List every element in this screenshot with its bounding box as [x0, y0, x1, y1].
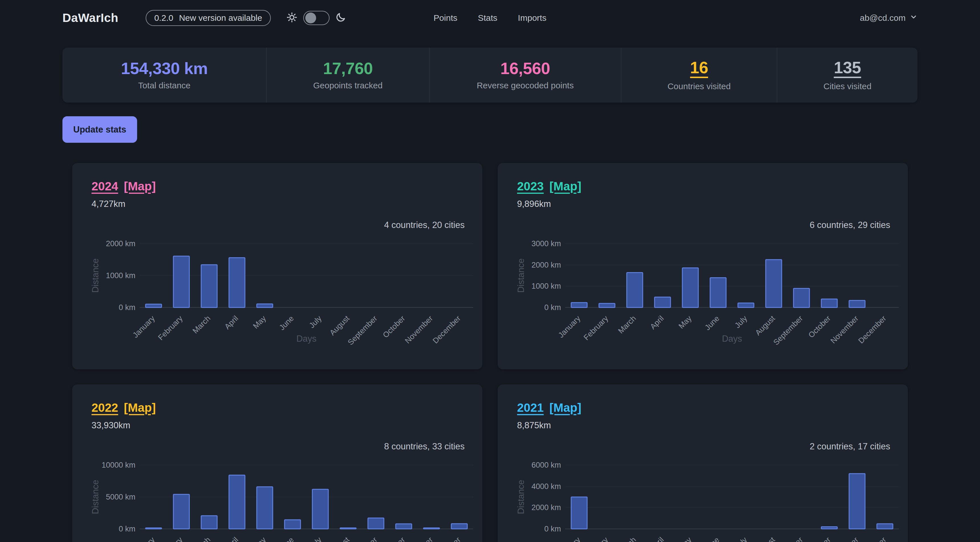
svg-text:December: December	[431, 536, 462, 542]
stat-value: 154,330 km	[121, 60, 208, 77]
moon-icon	[335, 12, 346, 24]
monthly-distance-chart: 0 km5000 km10000 kmDistanceDaysJanuaryFe…	[72, 461, 482, 542]
svg-text:July: July	[307, 314, 323, 330]
svg-text:December: December	[431, 314, 462, 345]
stat-countries-visited: 16 Countries visited	[621, 48, 777, 103]
svg-text:May: May	[251, 536, 268, 542]
year-summary: 2 countries, 17 cities	[810, 442, 890, 452]
map-link[interactable]: [Map]	[549, 180, 581, 193]
version-message: New version available	[179, 13, 262, 23]
svg-text:January: January	[557, 536, 582, 542]
svg-text:December: December	[857, 314, 888, 345]
stat-label: Geopoints tracked	[313, 81, 383, 91]
year-link[interactable]: 2021	[517, 401, 544, 415]
sun-icon	[286, 12, 298, 24]
svg-text:April: April	[649, 314, 665, 331]
user-email: ab@cd.com	[860, 13, 905, 23]
svg-text:November: November	[403, 536, 434, 542]
year-distance: 9,896km	[498, 193, 908, 209]
card-heading: 2021 [Map]	[498, 385, 908, 415]
svg-text:October: October	[807, 314, 832, 339]
page: DaWarIch 0.2.0 New version available	[62, 0, 918, 542]
app-logo[interactable]: DaWarIch	[62, 11, 118, 25]
svg-text:March: March	[191, 536, 212, 542]
svg-text:March: March	[617, 536, 638, 542]
nav-stats[interactable]: Stats	[478, 13, 497, 23]
theme-toggle[interactable]	[303, 11, 329, 25]
svg-text:0 km: 0 km	[119, 303, 135, 312]
svg-text:June: June	[703, 536, 721, 542]
svg-text:Distance: Distance	[91, 480, 100, 514]
svg-text:Distance: Distance	[91, 259, 100, 293]
stat-value: 16,560	[500, 60, 550, 77]
cities-visited-link[interactable]: 135	[834, 59, 861, 78]
svg-text:May: May	[677, 536, 694, 542]
svg-text:April: April	[223, 314, 240, 331]
svg-text:Days: Days	[722, 334, 742, 344]
stat-label: Reverse geocoded points	[477, 81, 574, 91]
svg-text:2000 km: 2000 km	[106, 240, 135, 248]
map-link[interactable]: [Map]	[124, 180, 156, 193]
svg-text:May: May	[677, 314, 694, 331]
year-distance: 4,727km	[72, 193, 482, 209]
svg-text:January: January	[131, 536, 156, 542]
stat-value: 17,760	[323, 60, 372, 77]
svg-text:10000 km: 10000 km	[102, 461, 135, 469]
map-link[interactable]: [Map]	[124, 401, 156, 415]
year-link[interactable]: 2022	[92, 401, 118, 415]
svg-text:February: February	[582, 314, 610, 342]
year-card-2023: 2023 [Map] 9,896km 6 countries, 29 citie…	[498, 163, 908, 369]
svg-text:February: February	[156, 314, 185, 342]
year-distance: 8,875km	[498, 415, 908, 431]
svg-text:1000 km: 1000 km	[531, 282, 561, 290]
nav-imports[interactable]: Imports	[518, 13, 546, 23]
user-menu[interactable]: ab@cd.com	[860, 13, 918, 23]
svg-text:0 km: 0 km	[544, 525, 561, 533]
theme-switcher	[286, 11, 346, 25]
map-link[interactable]: [Map]	[549, 401, 581, 415]
svg-text:September: September	[346, 536, 379, 542]
svg-text:September: September	[772, 536, 804, 542]
year-card-2024: 2024 [Map] 4,727km 4 countries, 20 citie…	[72, 163, 482, 369]
year-distance: 33,930km	[72, 415, 482, 431]
svg-text:3000 km: 3000 km	[531, 240, 561, 248]
svg-text:March: March	[617, 314, 638, 335]
svg-text:March: March	[191, 314, 212, 335]
version-badge[interactable]: 0.2.0 New version available	[146, 10, 271, 26]
svg-text:0 km: 0 km	[544, 303, 561, 312]
svg-text:June: June	[703, 314, 721, 332]
card-heading: 2023 [Map]	[498, 163, 908, 193]
year-link[interactable]: 2024	[92, 180, 118, 193]
svg-text:February: February	[156, 536, 185, 542]
svg-text:Days: Days	[296, 334, 317, 344]
svg-text:October: October	[381, 314, 406, 339]
svg-text:5000 km: 5000 km	[106, 493, 135, 501]
stat-total-distance: 154,330 km Total distance	[62, 48, 266, 103]
svg-text:June: June	[278, 314, 296, 332]
stat-cities-visited: 135 Cities visited	[777, 48, 918, 103]
year-card-2022: 2022 [Map] 33,930km 8 countries, 33 citi…	[72, 385, 482, 542]
countries-visited-link[interactable]: 16	[690, 59, 708, 78]
svg-text:Distance: Distance	[516, 480, 526, 514]
year-cards-grid: 2024 [Map] 4,727km 4 countries, 20 citie…	[72, 163, 908, 542]
svg-text:November: November	[829, 536, 860, 542]
version-number: 0.2.0	[154, 13, 173, 23]
svg-text:August: August	[754, 314, 777, 337]
nav-points[interactable]: Points	[434, 13, 457, 23]
svg-text:November: November	[829, 314, 860, 345]
svg-text:2000 km: 2000 km	[531, 261, 561, 269]
year-link[interactable]: 2023	[517, 180, 544, 193]
svg-text:December: December	[857, 536, 888, 542]
monthly-distance-chart: 0 km2000 km4000 km6000 kmDistanceDaysJan…	[498, 461, 908, 542]
stat-label: Cities visited	[824, 81, 872, 91]
app-header: DaWarIch 0.2.0 New version available	[62, 0, 918, 36]
card-heading: 2024 [Map]	[72, 163, 482, 193]
svg-text:1000 km: 1000 km	[106, 271, 135, 280]
main-nav: Points Stats Imports	[434, 13, 546, 23]
svg-text:June: June	[278, 536, 296, 542]
svg-text:July: July	[733, 536, 749, 542]
monthly-distance-chart: 0 km1000 km2000 km3000 kmDistanceDaysJan…	[498, 240, 908, 360]
svg-text:May: May	[251, 314, 268, 331]
year-summary: 8 countries, 33 cities	[384, 442, 465, 452]
update-stats-button[interactable]: Update stats	[62, 116, 137, 143]
